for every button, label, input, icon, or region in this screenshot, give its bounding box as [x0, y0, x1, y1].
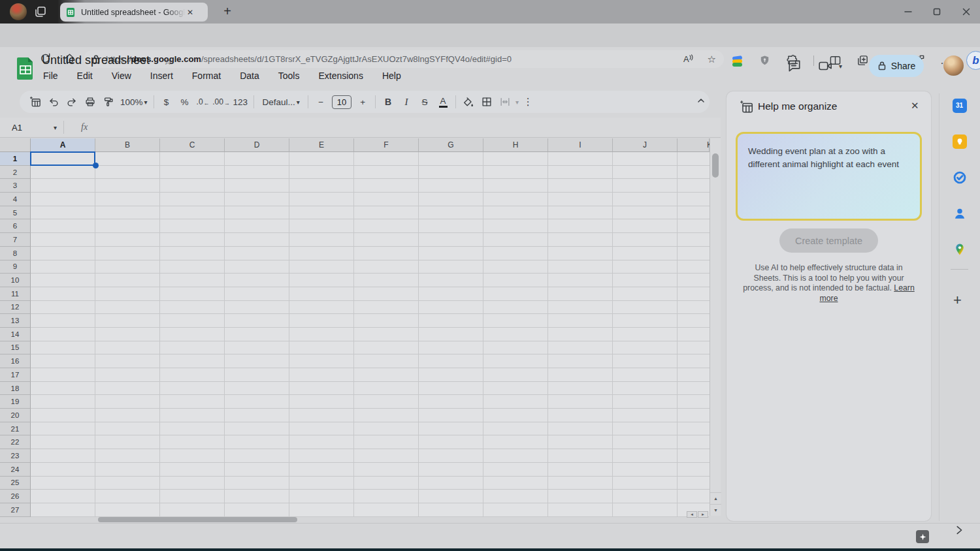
cell[interactable] — [548, 354, 613, 368]
document-title[interactable]: Untitled spreadsheet — [42, 54, 150, 67]
cell[interactable] — [354, 341, 419, 355]
cell[interactable] — [225, 219, 289, 233]
cell[interactable] — [225, 301, 289, 315]
cell[interactable] — [354, 354, 419, 368]
cell[interactable] — [613, 368, 678, 382]
cell[interactable] — [548, 166, 613, 180]
cell[interactable] — [31, 490, 95, 503]
cell[interactable] — [419, 314, 483, 328]
cell[interactable] — [483, 206, 548, 220]
cell[interactable] — [160, 354, 225, 368]
cell[interactable] — [31, 287, 95, 301]
row-header[interactable]: 23 — [0, 449, 31, 463]
new-tab-button[interactable]: + — [220, 4, 235, 19]
cell[interactable] — [548, 341, 613, 355]
cell[interactable] — [548, 301, 613, 315]
cell[interactable] — [483, 382, 548, 396]
horizontal-scrollbar-thumb[interactable] — [98, 517, 297, 522]
cell[interactable] — [678, 477, 710, 490]
row-header[interactable]: 13 — [0, 314, 31, 328]
row-header[interactable]: 8 — [0, 247, 31, 260]
row-header[interactable]: 18 — [0, 382, 31, 396]
row-header[interactable]: 12 — [0, 301, 31, 315]
cell[interactable] — [95, 395, 160, 409]
cell[interactable] — [483, 328, 548, 341]
column-header[interactable]: G — [419, 138, 483, 152]
cell[interactable] — [160, 382, 225, 396]
cell[interactable] — [289, 247, 354, 260]
cell[interactable] — [613, 354, 678, 368]
panel-close-icon[interactable]: ✕ — [911, 100, 919, 112]
menu-insert[interactable]: Insert — [149, 70, 174, 82]
cell[interactable] — [354, 260, 419, 274]
cell[interactable] — [354, 463, 419, 477]
cell[interactable] — [289, 274, 354, 287]
get-addons-icon[interactable]: + — [953, 292, 962, 309]
copilot-icon[interactable]: b — [966, 51, 980, 70]
cell[interactable] — [678, 219, 710, 233]
menu-format[interactable]: Format — [191, 70, 222, 82]
cell[interactable] — [613, 219, 678, 233]
cell[interactable] — [678, 368, 710, 382]
vertical-scrollbar-thumb[interactable] — [712, 153, 719, 178]
cell[interactable] — [289, 463, 354, 477]
menu-data[interactable]: Data — [238, 70, 261, 82]
cell[interactable] — [225, 193, 289, 206]
cell[interactable] — [95, 449, 160, 463]
cell[interactable] — [548, 503, 613, 517]
cell[interactable] — [31, 463, 95, 477]
cell[interactable] — [678, 409, 710, 422]
cell[interactable] — [419, 274, 483, 287]
cell[interactable] — [289, 354, 354, 368]
cell[interactable] — [548, 274, 613, 287]
column-header[interactable]: J — [613, 138, 678, 152]
cell[interactable] — [289, 490, 354, 503]
tab-close-icon[interactable]: ✕ — [187, 8, 193, 17]
cell[interactable] — [95, 260, 160, 274]
name-box[interactable]: A1 — [12, 123, 52, 133]
cell[interactable] — [95, 301, 160, 315]
cell[interactable] — [419, 368, 483, 382]
cell[interactable] — [613, 166, 678, 180]
cell[interactable] — [31, 301, 95, 315]
cell[interactable] — [548, 463, 613, 477]
cell[interactable] — [289, 166, 354, 180]
cell[interactable] — [31, 368, 95, 382]
cell[interactable] — [289, 395, 354, 409]
window-close-button[interactable] — [956, 5, 976, 18]
cell[interactable] — [613, 152, 678, 166]
row-header[interactable]: 10 — [0, 274, 31, 287]
cell[interactable] — [31, 314, 95, 328]
cell[interactable] — [548, 179, 613, 193]
column-header[interactable]: C — [160, 138, 225, 152]
row-header[interactable]: 11 — [0, 287, 31, 301]
cell[interactable] — [419, 219, 483, 233]
cell[interactable] — [31, 409, 95, 422]
decrease-decimal-button[interactable]: .0← — [194, 93, 212, 111]
browser-tab[interactable]: Untitled spreadsheet - Google S ✕ — [60, 3, 208, 22]
cell[interactable] — [225, 490, 289, 503]
cell[interactable] — [483, 260, 548, 274]
cell[interactable] — [31, 382, 95, 396]
cell[interactable] — [613, 382, 678, 396]
cell[interactable] — [289, 179, 354, 193]
column-header[interactable]: E — [289, 138, 354, 152]
cell[interactable] — [225, 166, 289, 180]
cell[interactable] — [613, 314, 678, 328]
collections-icon[interactable] — [857, 54, 869, 67]
share-button[interactable]: Share — [869, 55, 924, 77]
cell[interactable] — [225, 477, 289, 490]
cell[interactable] — [613, 233, 678, 247]
row-header[interactable]: 5 — [0, 206, 31, 220]
cell[interactable] — [613, 477, 678, 490]
cell[interactable] — [354, 193, 419, 206]
cell[interactable] — [160, 422, 225, 436]
cell[interactable] — [289, 503, 354, 517]
cell[interactable] — [31, 354, 95, 368]
create-template-button[interactable]: Create template — [779, 228, 878, 253]
cell[interactable] — [483, 219, 548, 233]
cell[interactable] — [289, 341, 354, 355]
cell[interactable] — [613, 328, 678, 341]
print-icon[interactable] — [81, 93, 99, 111]
row-header[interactable]: 4 — [0, 193, 31, 206]
